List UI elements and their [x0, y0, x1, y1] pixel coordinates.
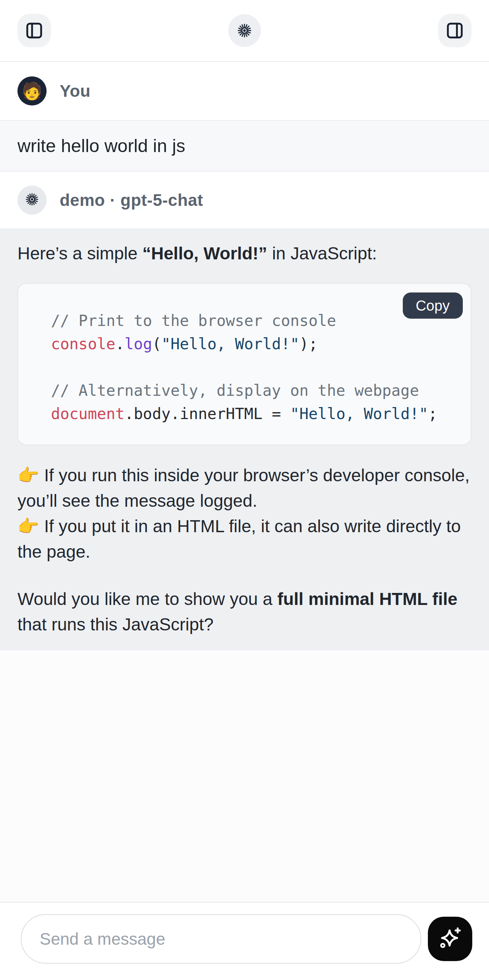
chat-empty-area	[0, 651, 489, 902]
assistant-sender-row: demo · gpt-5-chat	[0, 172, 489, 228]
assistant-pointers-paragraph: 👉 If you run this inside your browser’s …	[18, 463, 471, 565]
panel-right-icon	[445, 21, 464, 40]
code-content: // Print to the browser consoleconsole.l…	[51, 309, 456, 426]
user-avatar-emoji: 🧑	[21, 83, 42, 99]
assistant-avatar	[18, 186, 46, 215]
assistant-sender-name: demo · gpt-5-chat	[60, 190, 203, 210]
user-message: write hello world in js	[0, 120, 489, 172]
user-avatar: 🧑	[18, 76, 46, 105]
top-bar	[0, 0, 489, 62]
assistant-intro-paragraph: Here’s a simple “Hello, World!” in JavaS…	[18, 241, 471, 266]
user-sender-row: 🧑 You	[0, 62, 489, 120]
user-sender-name: You	[60, 81, 91, 101]
user-message-text: write hello world in js	[18, 135, 185, 156]
code-block: Copy // Print to the browser consolecons…	[18, 283, 471, 445]
copy-button[interactable]: Copy	[403, 293, 463, 319]
app-logo-button[interactable]	[228, 14, 261, 47]
sparkles-icon	[438, 926, 462, 951]
sidebar-toggle-button[interactable]	[18, 14, 51, 47]
assistant-closing-paragraph: Would you like me to show you a full min…	[18, 586, 471, 637]
sparkle-send-button[interactable]	[428, 917, 472, 961]
right-panel-toggle-button[interactable]	[438, 14, 471, 47]
assistant-message: Here’s a simple “Hello, World!” in JavaS…	[0, 228, 489, 651]
starburst-avatar-icon	[24, 192, 40, 208]
chat-app: 🧑 You write hello world in js	[0, 0, 489, 980]
panel-left-icon	[25, 21, 44, 40]
composer-bar	[0, 902, 489, 980]
message-input[interactable]	[21, 914, 421, 964]
starburst-icon	[236, 22, 253, 39]
